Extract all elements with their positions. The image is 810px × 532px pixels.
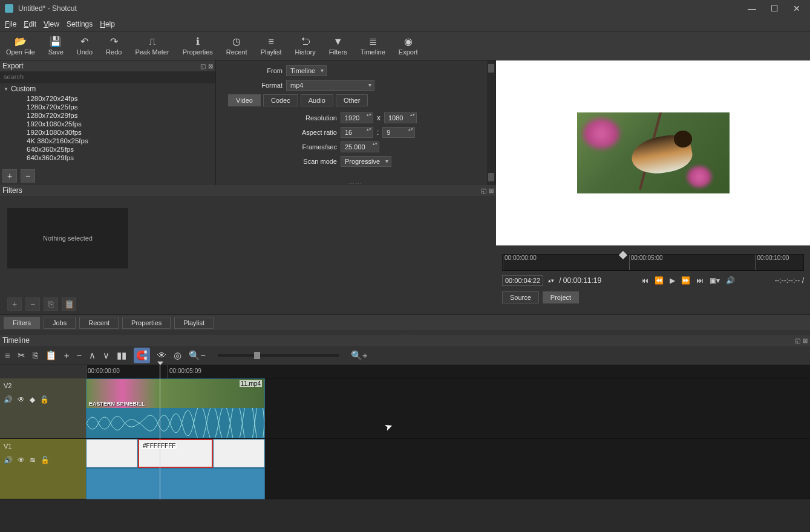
play-button[interactable]: ▶ [670,276,675,285]
cut-button[interactable]: ✂ [18,350,25,361]
remove-preset-button[interactable]: − [21,169,35,183]
properties-button[interactable]: ℹProperties [180,34,215,57]
minimize-button[interactable]: — [748,4,756,13]
clip-text[interactable] [86,439,138,468]
add-filter-button[interactable]: + [7,297,22,311]
undo-button[interactable]: ↶Undo [74,34,95,57]
panel-undock-icon[interactable]: ◱ [481,187,486,194]
close-button[interactable]: ✕ [793,4,800,13]
save-button[interactable]: 💾Save [46,34,66,57]
copy-button[interactable]: ⎘ [33,350,38,360]
track-mute-icon[interactable]: 🔊 [4,456,13,464]
panel-close-icon[interactable]: ⊠ [803,337,808,344]
fast-forward-button[interactable]: ⏩ [681,276,690,285]
rewind-button[interactable]: ⏪ [655,276,664,285]
zoom-toggle-button[interactable]: ▣▾ [710,276,720,285]
ripple-button[interactable]: ◎ [174,350,181,361]
tab-recent[interactable]: Recent [79,317,119,329]
tab-other[interactable]: Other [336,94,368,106]
panel-close-icon[interactable]: ⊠ [489,187,494,194]
tab-filters[interactable]: Filters [4,317,40,329]
track-head-v2[interactable]: V2 🔊 👁 ◆ 🔓 [0,378,86,438]
peak-meter-button[interactable]: ⎍Peak Meter [132,35,171,57]
tab-codec[interactable]: Codec [263,94,298,106]
volume-button[interactable]: 🔊 [726,276,735,285]
zoom-out-button[interactable]: 🔍− [189,350,206,361]
track-mute-icon[interactable]: 🔊 [4,395,13,404]
append-button[interactable]: + [64,350,70,360]
tab-source[interactable]: Source [502,291,539,303]
menu-view[interactable]: View [44,20,59,28]
aspect-h-input[interactable]: 9 [382,127,415,138]
preset-search-input[interactable] [4,73,212,80]
recent-button[interactable]: ◷Recent [224,34,250,57]
tab-video[interactable]: Video [228,94,261,106]
history-button[interactable]: ⮌History [292,35,318,57]
track-lock-icon[interactable]: 🔓 [41,456,50,464]
panel-close-icon[interactable]: ⊠ [208,63,213,70]
clip-video[interactable]: 11.mp4 EASTERN SPINEBILL [86,378,265,438]
maximize-button[interactable]: ☐ [771,4,779,13]
panel-undock-icon[interactable]: ◱ [795,337,800,344]
preset-item[interactable]: 4K 380x2160x25fps [0,137,215,145]
split-button[interactable]: ▮▮ [117,350,126,361]
preset-item[interactable]: 640x360x29fps [0,154,215,162]
scrub-button[interactable]: 👁 [157,350,166,360]
timeline-menu-button[interactable]: ≡ [5,350,10,360]
aspect-w-input[interactable]: 16 [341,127,373,138]
copy-filter-button[interactable]: ⎘ [44,297,58,311]
zoom-slider[interactable] [218,354,339,357]
resolution-width-input[interactable]: 1920 [341,112,373,123]
menu-settings[interactable]: Settings [67,20,93,28]
remove-button[interactable]: − [77,350,82,360]
preset-item[interactable]: 1920x1080x25fps [0,120,215,128]
open-file-button[interactable]: 📂Open File [4,34,38,57]
tab-jobs[interactable]: Jobs [44,317,76,329]
menu-file[interactable]: File [5,20,16,28]
clip-text-selected[interactable]: #FFFFFFFF [138,439,213,468]
timeline-button[interactable]: ≣Timeline [358,34,388,57]
clip-text[interactable] [213,439,265,468]
track-hide-icon[interactable]: 👁 [18,395,25,404]
resolution-height-input[interactable]: 1080 [384,112,417,123]
export-button[interactable]: ◉Export [396,34,420,57]
scan-combo[interactable]: Progressive [341,156,391,167]
resize-handle-icon[interactable]: …… [348,178,363,185]
skip-end-button[interactable]: ⏭ [696,276,704,285]
paste-filter-button[interactable]: 📋 [62,297,76,311]
menu-help[interactable]: Help [100,20,115,28]
remove-filter-button[interactable]: − [25,297,40,311]
from-combo[interactable]: Timeline [286,65,327,76]
track-head-v1[interactable]: V1 🔊 👁 ≋ 🔓 [0,439,86,499]
lift-button[interactable]: ∧ [89,350,96,361]
preset-list[interactable]: Custom 1280x720x24fps 1280x720x25fps 128… [0,83,215,167]
zoom-in-button[interactable]: 🔍+ [351,350,368,361]
filters-button[interactable]: ▼Filters [327,35,350,57]
snap-button[interactable]: 🧲 [134,348,150,363]
vertical-resize-handle[interactable]: …… [0,330,810,335]
fps-input[interactable]: 25.000 [341,141,379,152]
preset-item[interactable]: 1280x720x24fps [0,94,215,103]
tab-properties[interactable]: Properties [122,317,171,329]
redo-button[interactable]: ↷Redo [103,34,124,57]
preview-playhead-icon[interactable] [619,251,627,259]
add-preset-button[interactable]: + [2,169,17,183]
menu-edit[interactable]: Edit [24,20,36,28]
tab-audio[interactable]: Audio [301,94,333,106]
track-composite-icon[interactable]: ◆ [30,395,35,404]
clip-audio-track[interactable] [86,468,265,499]
preview-canvas[interactable] [496,60,810,245]
preset-item[interactable]: 640x360x25fps [0,145,215,154]
preset-item[interactable]: 1920x1080x30fps [0,128,215,137]
skip-start-button[interactable]: ⏮ [641,276,648,285]
track-composite-icon[interactable]: ≋ [30,456,36,464]
timecode-current-input[interactable]: 00:00:04:22 [502,275,543,286]
preview-ruler[interactable]: 00:00:00:00 00:00:05:00 00:00:10:00 [502,254,804,271]
format-combo[interactable]: mp4 [286,80,374,91]
track-hide-icon[interactable]: 👁 [18,456,25,464]
tab-playlist[interactable]: Playlist [174,317,214,329]
track-lock-icon[interactable]: 🔓 [40,395,49,404]
settings-scrollbar[interactable] [487,60,495,185]
overwrite-button[interactable]: ∨ [103,350,109,361]
preset-item[interactable]: 1280x720x25fps [0,103,215,111]
